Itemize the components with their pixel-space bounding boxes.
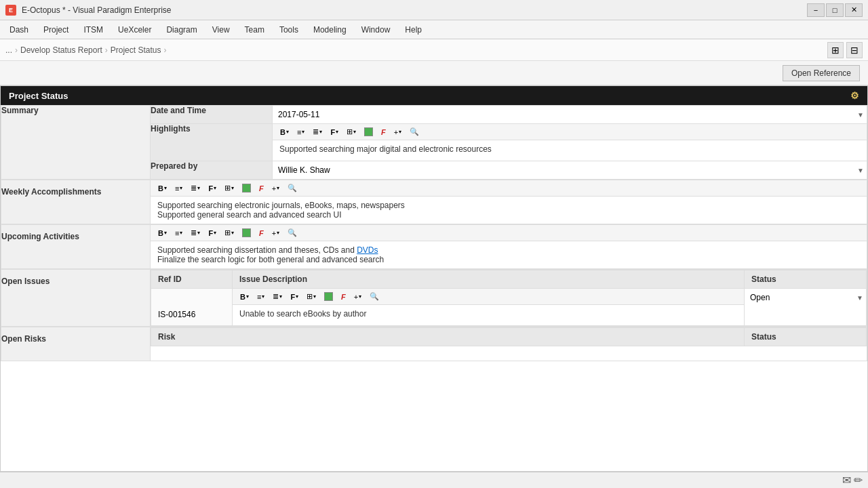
highlights-toolbar: B▾ ≡▾ ≣▾ F▾ ⊞▾ F +▾ 🔍: [273, 124, 867, 140]
summary-section: Summary Date and Time 2017-05-11 ▼ Highl…: [1, 105, 867, 180]
section-title: Project Status: [9, 91, 68, 101]
weekly-list-button[interactable]: ≣▾: [187, 182, 203, 194]
menu-help[interactable]: Help: [398, 23, 429, 37]
upcoming-section: Upcoming Activities B▾ ≡▾ ≣▾ F▾ ⊞▾ F +▾ …: [1, 224, 867, 269]
color-green-button[interactable]: [361, 126, 376, 138]
upcoming-list-button[interactable]: ≣▾: [187, 227, 203, 239]
menu-view[interactable]: View: [205, 23, 237, 37]
status-bar: ✉ ✏: [0, 472, 868, 488]
issue-ref-0: IS-001546: [151, 289, 233, 326]
prepared-label: Prepared by: [151, 161, 273, 180]
issue-bold-button[interactable]: B▾: [237, 291, 252, 302]
menu-dash[interactable]: Dash: [3, 23, 35, 37]
upcoming-bold-button[interactable]: B▾: [155, 228, 170, 239]
risks-table: Risk Status: [151, 327, 867, 346]
minimize-button[interactable]: −: [807, 3, 825, 17]
date-label: Date and Time: [151, 106, 273, 124]
upcoming-align-button[interactable]: ≡▾: [172, 228, 186, 239]
col-risk-header: Risk: [151, 328, 745, 346]
breadcrumb-arrow-3: ›: [163, 45, 166, 55]
highlights-label: Highlights: [151, 124, 273, 161]
binoculars-button[interactable]: 🔍: [406, 126, 422, 138]
open-issues-label: Open Issues: [1, 270, 151, 327]
issue-table-button[interactable]: ⊞▾: [303, 291, 319, 302]
menu-modeling[interactable]: Modeling: [307, 23, 353, 37]
weekly-table-button[interactable]: ⊞▾: [221, 182, 237, 194]
col-status-header: Status: [745, 270, 867, 289]
issue-status-value: Open: [745, 289, 790, 306]
issue-bino-button[interactable]: 🔍: [366, 291, 382, 302]
menu-itsm[interactable]: ITSM: [77, 23, 110, 37]
issue-align-button[interactable]: ≡▾: [254, 291, 268, 302]
weekly-bold-button[interactable]: B▾: [155, 183, 170, 194]
breadcrumb-arrow-1: ›: [15, 45, 18, 55]
menu-diagram[interactable]: Diagram: [159, 23, 203, 37]
weekly-align-button[interactable]: ≡▾: [172, 183, 186, 194]
upcoming-table-button[interactable]: ⊞▾: [221, 227, 237, 239]
weekly-label: Weekly Accomplishments: [1, 180, 151, 224]
weekly-color-button[interactable]: [239, 182, 254, 194]
breadcrumb-develop[interactable]: Develop Status Report: [20, 45, 102, 55]
table-icon[interactable]: ⊞: [827, 42, 844, 58]
upcoming-color-button[interactable]: [239, 227, 254, 239]
upcoming-italic-button[interactable]: F: [256, 228, 267, 239]
weekly-add-button[interactable]: +▾: [269, 183, 283, 194]
maximize-button[interactable]: □: [826, 3, 844, 17]
weekly-italic-button[interactable]: F: [256, 183, 267, 194]
menu-tools[interactable]: Tools: [273, 23, 305, 37]
menu-uexceler[interactable]: UeXceler: [111, 23, 158, 37]
issue-desc-toolbar: B▾ ≡▾ ≣▾ F▾ ⊞▾ F +▾ 🔍: [233, 289, 744, 305]
summary-label: Summary: [1, 106, 151, 180]
edit-icon[interactable]: ✏: [854, 474, 863, 487]
app-icon: E: [5, 5, 16, 16]
breadcrumb-ellipsis[interactable]: ...: [5, 45, 12, 55]
align-button[interactable]: ≡▾: [294, 127, 308, 138]
upcoming-font-button[interactable]: F▾: [205, 228, 220, 239]
breadcrumb-project-status[interactable]: Project Status: [111, 45, 161, 55]
grid-icon[interactable]: ⊟: [846, 42, 863, 58]
highlights-text[interactable]: Supported searching major digital and el…: [273, 140, 867, 161]
status-dropdown-arrow[interactable]: ▼: [856, 294, 863, 302]
menu-bar: Dash Project ITSM UeXceler Diagram View …: [0, 20, 868, 39]
weekly-font-button[interactable]: F▾: [205, 183, 220, 194]
italic-red-button[interactable]: F: [378, 127, 389, 138]
font-button[interactable]: F▾: [327, 127, 342, 138]
issue-color-button[interactable]: [321, 291, 336, 302]
title-bar: E E-Octopus * - Visual Paradigm Enterpri…: [0, 0, 868, 20]
issue-font-button[interactable]: F▾: [287, 291, 302, 302]
close-button[interactable]: ✕: [845, 3, 863, 17]
issue-row-0: IS-001546 B▾ ≡▾ ≣▾ F▾ ⊞▾: [151, 289, 867, 326]
bold-button[interactable]: B▾: [277, 127, 292, 138]
open-reference-button[interactable]: Open Reference: [783, 65, 860, 81]
upcoming-bino-button[interactable]: 🔍: [284, 227, 300, 239]
open-issues-section: Open Issues Ref ID Issue Description Sta…: [1, 269, 867, 327]
settings-icon[interactable]: ⚙: [850, 90, 859, 101]
upcoming-label: Upcoming Activities: [1, 225, 151, 269]
col-desc-header: Issue Description: [233, 270, 745, 289]
menu-project[interactable]: Project: [37, 23, 75, 37]
menu-team[interactable]: Team: [238, 23, 271, 37]
list-button[interactable]: ≣▾: [309, 126, 326, 138]
issues-table: Ref ID Issue Description Status IS-00154…: [151, 270, 867, 326]
issue-desc-text[interactable]: Unable to search eBooks by author: [233, 305, 744, 325]
issue-add-button[interactable]: +▾: [351, 291, 365, 302]
weekly-section: Weekly Accomplishments B▾ ≡▾ ≣▾ F▾ ⊞▾ F …: [1, 180, 867, 224]
col-risk-status-header: Status: [745, 328, 867, 346]
main-content: Project Status ⚙ Summary Date and Time 2…: [0, 85, 868, 472]
upcoming-add-button[interactable]: +▾: [269, 228, 283, 239]
upcoming-text[interactable]: Supported searching dissertation and the…: [151, 241, 867, 268]
table-insert-button[interactable]: ⊞▾: [343, 126, 359, 138]
weekly-text[interactable]: Supported searching electronic journals,…: [151, 197, 867, 224]
open-risks-label: Open Risks: [1, 327, 151, 361]
upcoming-toolbar: B▾ ≡▾ ≣▾ F▾ ⊞▾ F +▾ 🔍: [151, 225, 867, 241]
mail-icon[interactable]: ✉: [842, 474, 851, 487]
breadcrumb: ... › Develop Status Report › Project St…: [5, 45, 166, 55]
issue-list-button[interactable]: ≣▾: [269, 291, 285, 302]
app-title: E-Octopus * - Visual Paradigm Enterprise: [22, 5, 172, 15]
add-button[interactable]: +▾: [391, 127, 405, 138]
menu-window[interactable]: Window: [355, 23, 397, 37]
issue-italic-button[interactable]: F: [338, 291, 349, 302]
prepared-dropdown-arrow[interactable]: ▼: [857, 167, 864, 174]
weekly-bino-button[interactable]: 🔍: [284, 182, 300, 194]
date-dropdown-arrow[interactable]: ▼: [857, 111, 864, 119]
